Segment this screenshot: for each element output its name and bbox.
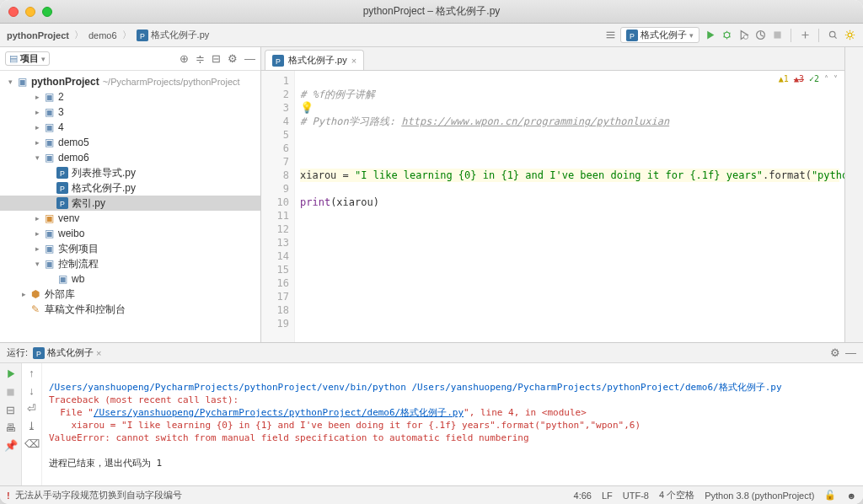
hide-run-panel-button[interactable]: —: [845, 346, 856, 359]
console-output[interactable]: /Users/yanshuopeng/PycharmProjects/pytho…: [42, 363, 863, 485]
collapse-all-button[interactable]: ⊟: [212, 52, 221, 65]
tree-item[interactable]: P索引.py: [0, 196, 260, 211]
line-separator[interactable]: LF: [602, 491, 613, 501]
close-tab-button[interactable]: ×: [351, 56, 356, 66]
code-content[interactable]: # %f的例子讲解 # Python学习路线: https://www.wpon…: [295, 71, 844, 342]
breadcrumb-project[interactable]: pythonProject: [7, 30, 69, 40]
settings-button[interactable]: [843, 29, 856, 42]
cursor-position[interactable]: 4:66: [574, 491, 592, 501]
tree-item[interactable]: ▣wb: [0, 271, 260, 287]
toolbar-separator: [791, 29, 791, 42]
code-editor[interactable]: 12345678910111213141516171819 # %f的例子讲解 …: [261, 71, 844, 342]
tree-item[interactable]: ▸▣实例项目: [0, 241, 260, 256]
tree-item[interactable]: ▸▣venv: [0, 211, 260, 226]
ok-count: 2: [814, 74, 819, 83]
tree-item[interactable]: ▸▣4: [0, 120, 260, 135]
expand-arrow-icon[interactable]: ▸: [19, 290, 29, 298]
tree-item[interactable]: ▸▣3: [0, 105, 260, 120]
tree-item[interactable]: ▾▣控制流程: [0, 256, 260, 271]
stop-run-button[interactable]: [4, 385, 18, 399]
expand-arrow-icon[interactable]: ▸: [32, 93, 42, 101]
tree-item[interactable]: ▸▣demo5: [0, 135, 260, 150]
inspection-indicators[interactable]: ▲1 ▲3 ✓2 ˄ ˅: [779, 74, 838, 83]
breadcrumb-file[interactable]: P 格式化例子.py: [137, 29, 210, 41]
tree-item[interactable]: P列表推导式.py: [0, 165, 260, 180]
hide-panel-button[interactable]: —: [244, 52, 255, 65]
soft-wrap-button[interactable]: ⏎: [27, 402, 36, 415]
project-tree[interactable]: ▾ ▣ pythonProject ~/PycharmProjects/pyth…: [0, 71, 260, 342]
error-indicator[interactable]: ▲3: [794, 74, 804, 83]
project-panel-title: 项目: [20, 52, 39, 65]
expand-arrow-icon[interactable]: ▸: [32, 108, 42, 116]
expand-arrow-icon[interactable]: ▸: [32, 123, 42, 131]
run-button[interactable]: [703, 29, 716, 42]
editor-tab[interactable]: P 格式化例子.py ×: [265, 50, 364, 70]
code-line-2-url[interactable]: https://www.wpon.cn/programming/pythonlu…: [401, 115, 669, 127]
add-config-button[interactable]: [603, 29, 617, 42]
expand-arrow-icon[interactable]: ▸: [32, 214, 42, 223]
debug-button[interactable]: [720, 29, 733, 42]
expand-all-button[interactable]: ≑: [196, 52, 205, 65]
tree-root-label: pythonProject: [31, 76, 99, 88]
tree-item[interactable]: ▾▣demo6: [0, 150, 260, 165]
run-tool-tab[interactable]: P 格式化例子 ×: [33, 346, 101, 359]
python-file-icon: P: [33, 347, 45, 359]
coverage-button[interactable]: [737, 29, 750, 42]
clear-console-button[interactable]: ⌫: [24, 437, 40, 450]
svg-text:P: P: [140, 31, 145, 40]
rerun-button[interactable]: [4, 367, 18, 380]
tree-item[interactable]: ▸▣weibo: [0, 226, 260, 241]
indent-setting[interactable]: 4 个空格: [659, 489, 694, 501]
stop-button[interactable]: [770, 29, 784, 42]
svg-text:P: P: [276, 56, 281, 65]
expand-arrow-icon[interactable]: ▸: [32, 244, 42, 253]
expand-arrow-icon[interactable]: ▸: [32, 138, 42, 147]
console-traceback: Traceback (most recent call last):: [49, 394, 239, 405]
breadcrumb-separator: 〉: [122, 29, 131, 41]
tree-item[interactable]: P格式化例子.py: [0, 180, 260, 196]
code-line-4a: xiarou =: [300, 169, 355, 181]
profile-button[interactable]: [753, 29, 767, 42]
tree-root[interactable]: ▾ ▣ pythonProject ~/PycharmProjects/pyth…: [0, 74, 260, 89]
close-window-button[interactable]: [8, 7, 19, 17]
tree-item[interactable]: ▸⬢外部库: [0, 287, 260, 302]
select-opened-file-button[interactable]: ⊕: [180, 52, 189, 65]
pin-button[interactable]: 📌: [4, 439, 18, 452]
tree-item-label: weibo: [58, 228, 84, 239]
vcs-update-button[interactable]: [798, 29, 812, 42]
run-settings-button[interactable]: ⚙: [830, 346, 840, 359]
status-error-icon[interactable]: !: [7, 491, 10, 501]
minimize-window-button[interactable]: [25, 7, 35, 17]
run-config-selector[interactable]: P 格式化例子 ▾: [620, 27, 700, 43]
expand-arrow-icon[interactable]: ▾: [5, 78, 15, 86]
ide-status-icon[interactable]: ☻: [846, 491, 856, 501]
console-file-link[interactable]: /Users/yanshuopeng/PycharmProjects/pytho…: [94, 407, 464, 418]
folder-icon: ▣: [56, 272, 69, 286]
breadcrumb-folder[interactable]: demo6: [88, 30, 117, 40]
maximize-window-button[interactable]: [42, 7, 52, 17]
tree-item[interactable]: ▸▣2: [0, 89, 260, 105]
expand-arrow-icon[interactable]: ▾: [32, 260, 42, 268]
file-encoding[interactable]: UTF-8: [623, 491, 649, 501]
panel-settings-button[interactable]: ⚙: [228, 52, 238, 65]
intention-bulb-icon[interactable]: 💡: [300, 101, 314, 114]
search-everywhere-button[interactable]: [826, 29, 839, 42]
run-print-button[interactable]: 🖶: [5, 421, 16, 434]
run-layout-button[interactable]: ⊟: [6, 404, 15, 416]
tree-item[interactable]: ✎草稿文件和控制台: [0, 302, 260, 317]
ok-indicator[interactable]: ✓2: [809, 74, 819, 83]
expand-arrow-icon[interactable]: ▸: [32, 229, 42, 238]
close-run-tab-button[interactable]: ×: [96, 348, 101, 358]
main-area: ▤ 项目 ▾ ⊕ ≑ ⊟ ⚙ — ▾ ▣ pythonProject: [0, 47, 863, 342]
chevron-up-icon[interactable]: ˄: [824, 74, 828, 83]
chevron-down-icon[interactable]: ˅: [834, 74, 838, 83]
read-only-toggle[interactable]: 🔓: [824, 490, 836, 501]
svg-rect-7: [774, 31, 780, 38]
scroll-down-button[interactable]: ↓: [29, 384, 35, 397]
expand-arrow-icon[interactable]: ▾: [32, 153, 42, 162]
python-interpreter[interactable]: Python 3.8 (pythonProject): [705, 491, 814, 501]
warning-indicator[interactable]: ▲1: [779, 74, 789, 83]
scroll-up-button[interactable]: ↑: [29, 367, 35, 379]
scroll-to-end-button[interactable]: ⤓: [27, 420, 36, 432]
project-view-selector[interactable]: ▤ 项目 ▾: [5, 51, 50, 66]
